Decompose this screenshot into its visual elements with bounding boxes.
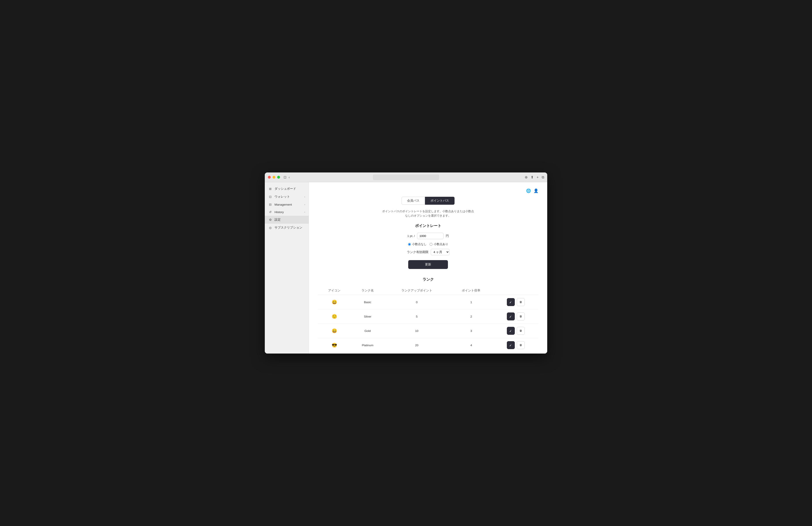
download-icon[interactable]: ⊕ [525, 175, 527, 179]
traffic-lights [268, 176, 280, 179]
table-row: 🙂 Silver 5 2 [318, 309, 538, 324]
sidebar-label-subscription: サブスクリプション [275, 226, 302, 230]
col-points: ランクアップポイント [384, 286, 449, 295]
delete-button-0[interactable] [517, 298, 525, 306]
app-window: ⊡ ‹ ⊕ ⬆ + ⧉ ⊞ ダッシュボード ⊡ ウォレット › ⊟ Manage… [265, 172, 547, 354]
history-chevron-icon: › [304, 211, 305, 213]
sidebar-item-subscription[interactable]: ◎ サブスクリプション [265, 224, 309, 232]
col-actions [493, 286, 538, 295]
sidebar-item-history[interactable]: ↺ History › [265, 208, 309, 216]
decimal-options-row: 小数点なし 小数点あり [318, 242, 538, 246]
no-decimal-option[interactable]: 小数点なし [408, 242, 426, 246]
sidebar-label-management: Management [275, 203, 292, 206]
rank-name-2: Gold [351, 324, 385, 338]
rank-icon-4: 🤩 [318, 353, 351, 354]
rank-actions-2 [493, 324, 538, 338]
edit-button-1[interactable] [507, 312, 515, 321]
rank-points-3: 20 [384, 338, 449, 353]
point-rate-unit: 円 [446, 234, 449, 238]
col-name: ランク名 [351, 286, 385, 295]
point-rate-input[interactable] [417, 233, 444, 239]
main-content: 🌐 👤 会員パス ポイントパス ポイントパスのポイントレートを設定します。小数点… [309, 182, 547, 354]
titlebar-right-icons: ⊕ ⬆ + ⧉ [525, 175, 544, 179]
with-decimal-option[interactable]: 小数点あり [430, 242, 448, 246]
rank-points-2: 10 [384, 324, 449, 338]
rank-points-1: 5 [384, 309, 449, 324]
minimize-button[interactable] [273, 176, 275, 179]
update-button[interactable]: 更新 [408, 260, 448, 269]
rank-multiplier-0: 1 [449, 295, 493, 309]
maximize-button[interactable] [277, 176, 280, 179]
rank-points-4: 50 [384, 353, 449, 354]
history-icon: ↺ [268, 210, 272, 214]
tab-bar: 会員パス ポイントパス [318, 197, 538, 205]
management-icon: ⊟ [268, 203, 272, 206]
titlebar-controls: ⊡ ‹ [284, 175, 290, 179]
expiry-select[interactable]: 1 ヶ月 2 ヶ月 3 ヶ月 4 ヶ月 6 ヶ月 12 ヶ月 [431, 249, 449, 255]
expiry-row: ランク有効期限 1 ヶ月 2 ヶ月 3 ヶ月 4 ヶ月 6 ヶ月 12 ヶ月 [318, 249, 538, 255]
delete-button-3[interactable] [517, 341, 525, 349]
col-multiplier: ポイント倍率 [449, 286, 493, 295]
windows-icon[interactable]: ⧉ [542, 175, 544, 179]
sidebar-item-dashboard[interactable]: ⊞ ダッシュボード [265, 185, 309, 193]
rank-name-4: Titanium [351, 353, 385, 354]
rank-icon-1: 🙂 [318, 309, 351, 324]
sidebar-item-management[interactable]: ⊟ Management › [265, 201, 309, 208]
globe-icon[interactable]: 🌐 [526, 188, 531, 193]
rank-icon-2: 😀 [318, 324, 351, 338]
col-icon: アイコン [318, 286, 351, 295]
rank-actions-4 [493, 353, 538, 354]
share-icon[interactable]: ⬆ [531, 175, 534, 179]
tab-member-pass[interactable]: 会員パス [402, 197, 425, 205]
rank-icon-3: 😎 [318, 338, 351, 353]
user-profile-icon[interactable]: 👤 [534, 188, 538, 193]
rank-multiplier-1: 2 [449, 309, 493, 324]
sidebar-item-settings[interactable]: ⚙ 設定 [265, 216, 309, 224]
management-chevron-icon: › [304, 203, 305, 206]
app-body: ⊞ ダッシュボード ⊡ ウォレット › ⊟ Management › ↺ His… [265, 182, 547, 354]
table-row: 😎 Platinum 20 4 [318, 338, 538, 353]
sidebar: ⊞ ダッシュボード ⊡ ウォレット › ⊟ Management › ↺ His… [265, 182, 309, 354]
titlebar-search-bar[interactable] [373, 174, 439, 180]
delete-button-1[interactable] [517, 312, 525, 321]
no-decimal-label: 小数点なし [412, 242, 426, 246]
with-decimal-label: 小数点あり [434, 242, 448, 246]
rank-icon-0: 😀 [318, 295, 351, 309]
titlebar: ⊡ ‹ ⊕ ⬆ + ⧉ [265, 172, 547, 182]
new-tab-icon[interactable]: + [537, 175, 539, 179]
delete-button-2[interactable] [517, 327, 525, 335]
rank-section-title: ランク [318, 277, 538, 282]
table-row: 🤩 Titanium 50 5 [318, 353, 538, 354]
rank-points-0: 0 [384, 295, 449, 309]
rank-name-3: Platinum [351, 338, 385, 353]
dashboard-icon: ⊞ [268, 187, 272, 190]
settings-icon: ⚙ [268, 218, 272, 222]
close-button[interactable] [268, 176, 271, 179]
sidebar-label-wallet: ウォレット [275, 195, 290, 199]
point-rate-label: 1 pt. / [407, 234, 415, 238]
top-right-icons: 🌐 👤 [318, 188, 538, 193]
sidebar-toggle-icon[interactable]: ⊡ [284, 175, 286, 179]
rank-actions-3 [493, 338, 538, 353]
sidebar-label-dashboard: ダッシュボード [275, 187, 296, 191]
with-decimal-radio[interactable] [430, 243, 433, 246]
rank-multiplier-4: 5 [449, 353, 493, 354]
rank-table: アイコン ランク名 ランクアップポイント ポイント倍率 😀 Basic 0 1 [318, 286, 538, 354]
point-rate-section-title: ポイントレート [318, 223, 538, 228]
tab-point-pass[interactable]: ポイントパス [425, 197, 454, 205]
sidebar-label-settings: 設定 [275, 218, 281, 222]
table-row: 😀 Basic 0 1 [318, 295, 538, 309]
expiry-label: ランク有効期限 [407, 250, 429, 254]
sidebar-item-wallet[interactable]: ⊡ ウォレット › [265, 193, 309, 201]
edit-button-0[interactable] [507, 298, 515, 306]
no-decimal-radio[interactable] [408, 243, 411, 246]
edit-button-2[interactable] [507, 327, 515, 335]
rank-actions-1 [493, 309, 538, 324]
rank-name-1: Silver [351, 309, 385, 324]
table-row: 😀 Gold 10 3 [318, 324, 538, 338]
rank-actions-0 [493, 295, 538, 309]
edit-button-3[interactable] [507, 341, 515, 349]
rank-name-0: Basic [351, 295, 385, 309]
wallet-chevron-icon: › [304, 196, 305, 198]
back-icon[interactable]: ‹ [289, 175, 290, 179]
